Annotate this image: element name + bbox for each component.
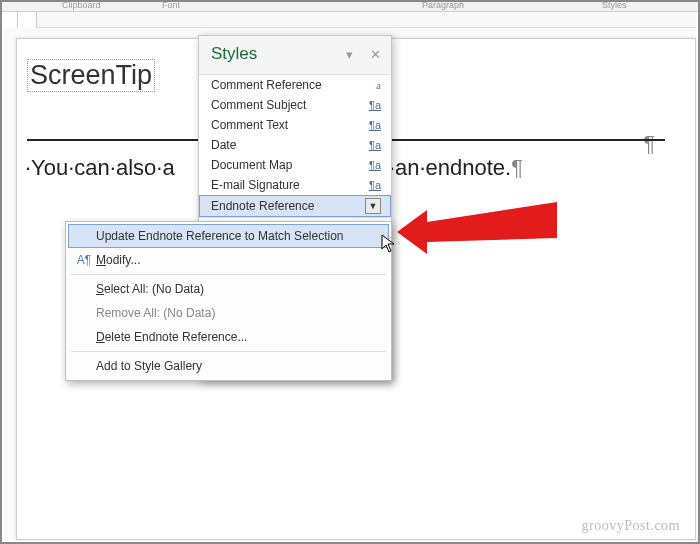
- style-item-label: Date: [211, 138, 236, 152]
- menu-update-to-match-selection[interactable]: Update Endnote Reference to Match Select…: [68, 224, 389, 248]
- style-item-document-map[interactable]: Document Map¶a: [199, 155, 391, 175]
- menu-item-label: Remove All: (No Data): [94, 306, 381, 320]
- ribbon-group-styles: Styles: [602, 0, 627, 10]
- style-item-email-signature[interactable]: E-mail Signature¶a: [199, 175, 391, 195]
- body-text-suffix: g·an·endnote.: [377, 155, 512, 180]
- style-item-dropdown-button[interactable]: ▼: [365, 198, 381, 214]
- style-item-comment-subject[interactable]: Comment Subject¶a: [199, 95, 391, 115]
- style-item-label: Endnote Reference: [211, 199, 314, 213]
- styles-list-top: Comment Referencea Comment Subject¶a Com…: [199, 74, 391, 218]
- menu-separator: [71, 274, 386, 275]
- menu-item-label: Select All: (No Data): [94, 282, 381, 296]
- menu-modify[interactable]: A¶ Modify...: [68, 248, 389, 272]
- ribbon-groups-bar: Clipboard Font Paragraph Styles: [2, 2, 698, 12]
- body-text-prefix: ·You·can·also·a: [25, 155, 175, 180]
- menu-add-to-gallery[interactable]: Add to Style Gallery: [68, 354, 389, 378]
- ribbon-group-paragraph: Paragraph: [422, 0, 464, 10]
- styles-pane-title: Styles: [211, 44, 257, 64]
- modify-icon: A¶: [74, 253, 94, 267]
- ribbon-group-clipboard: Clipboard: [62, 0, 101, 10]
- style-marker-icon: ¶a: [369, 179, 381, 191]
- style-marker-icon: ¶a: [369, 159, 381, 171]
- style-context-menu: Update Endnote Reference to Match Select…: [65, 221, 392, 381]
- style-item-label: E-mail Signature: [211, 178, 300, 192]
- menu-separator: [71, 351, 386, 352]
- watermark: groovyPost.com: [582, 518, 680, 534]
- style-item-comment-text[interactable]: Comment Text¶a: [199, 115, 391, 135]
- pilcrow-icon: ¶: [511, 155, 523, 180]
- style-marker-icon: a: [376, 79, 381, 91]
- style-marker-icon: ¶a: [369, 119, 381, 131]
- style-item-endnote-reference[interactable]: Endnote Reference ▼: [199, 195, 391, 217]
- document-heading[interactable]: ScreenTip: [27, 59, 155, 92]
- style-item-label: Comment Reference: [211, 78, 322, 92]
- style-marker-icon: ¶a: [369, 99, 381, 111]
- menu-item-label: Modify...: [94, 253, 381, 267]
- ribbon-group-font: Font: [162, 0, 180, 10]
- menu-remove-all: Remove All: (No Data): [68, 301, 389, 325]
- menu-select-all[interactable]: Select All: (No Data): [68, 277, 389, 301]
- styles-pane-options-icon[interactable]: ▾: [346, 47, 353, 62]
- style-item-label: Document Map: [211, 158, 292, 172]
- close-icon[interactable]: ✕: [370, 47, 381, 62]
- style-item-label: Comment Text: [211, 118, 288, 132]
- horizontal-ruler[interactable]: [17, 12, 696, 28]
- style-marker-icon: ¶a: [369, 139, 381, 151]
- menu-item-label: Delete Endnote Reference...: [94, 330, 381, 344]
- style-item-comment-reference[interactable]: Comment Referencea: [199, 75, 391, 95]
- styles-pane-header: Styles ▾ ✕: [199, 36, 391, 74]
- menu-delete-style[interactable]: Delete Endnote Reference...: [68, 325, 389, 349]
- menu-item-label: Add to Style Gallery: [94, 359, 381, 373]
- menu-item-label: Update Endnote Reference to Match Select…: [94, 229, 381, 243]
- style-item-label: Comment Subject: [211, 98, 306, 112]
- style-item-date[interactable]: Date¶a: [199, 135, 391, 155]
